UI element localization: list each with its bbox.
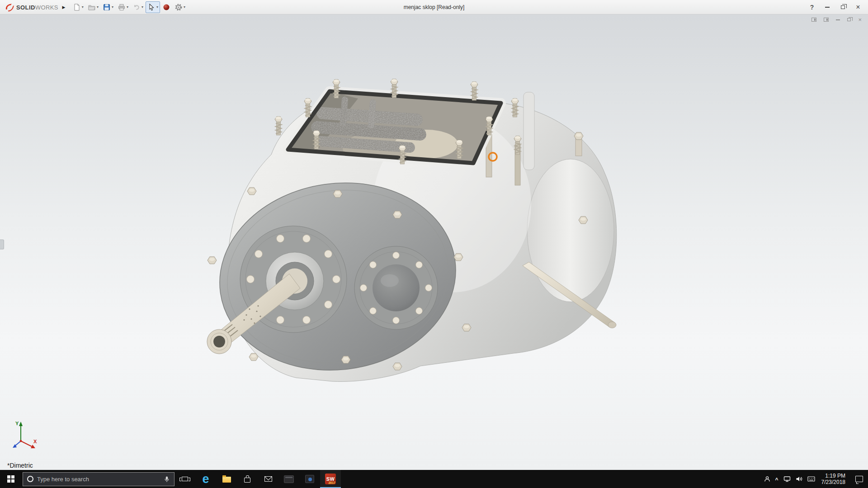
solidworks-window: SOLIDWORKS ▶ ▾ ▾ — [0, 0, 868, 488]
doc-close-button[interactable]: × — [858, 17, 862, 23]
graphics-area[interactable]: × — [0, 14, 868, 470]
search-input[interactable] — [37, 476, 160, 483]
store-bag-icon — [244, 478, 250, 483]
save-floppy-icon — [103, 3, 111, 11]
minimize-icon — [825, 7, 830, 8]
solidworks-app-icon: SW 2017 — [325, 474, 336, 484]
volume-icon[interactable] — [796, 476, 802, 482]
taskbar-search-box[interactable] — [23, 472, 175, 486]
undo-arrow-icon — [132, 3, 141, 11]
task-view-icon — [182, 477, 188, 481]
dropdown-caret-icon[interactable]: ▾ — [82, 5, 84, 9]
taskbar-app-pinned-2[interactable] — [299, 470, 320, 488]
panel-collapse-handle[interactable] — [0, 239, 4, 249]
people-icon[interactable] — [764, 476, 770, 482]
pane-left-icon — [811, 18, 816, 22]
logo-text: SOLIDWORKS — [16, 3, 58, 11]
dropdown-caret-icon[interactable]: ▾ — [184, 5, 185, 9]
system-tray: ^ — [764, 476, 815, 482]
gearbox-model[interactable] — [0, 14, 868, 470]
start-button[interactable] — [0, 470, 22, 488]
triad-x-label: X — [33, 439, 37, 444]
menu-expand-arrow[interactable]: ▶ — [60, 3, 67, 12]
save-button[interactable]: ▾ — [101, 1, 115, 13]
close-button[interactable]: × — [851, 1, 865, 13]
taskbar-app-file-explorer[interactable] — [216, 470, 237, 488]
doc-minimize-icon — [836, 19, 840, 20]
pinned-app-icon-2 — [305, 475, 314, 483]
titlebar: SOLIDWORKS ▶ ▾ ▾ — [0, 0, 868, 14]
solidworks-ds-mark-icon — [5, 3, 14, 12]
solidworks-logo: SOLIDWORKS — [3, 3, 60, 12]
dropdown-caret-icon[interactable]: ▾ — [127, 5, 128, 9]
document-title: menjac sklop [Read-only] — [404, 4, 465, 10]
restore-button[interactable] — [835, 1, 850, 13]
pane-right-icon — [824, 18, 829, 22]
microphone-icon[interactable] — [164, 476, 170, 483]
doc-restore-button[interactable] — [847, 18, 851, 21]
appearance-sphere-button[interactable] — [160, 1, 172, 13]
options-gear-button[interactable]: ▾ — [173, 1, 187, 13]
select-cursor-icon — [147, 3, 156, 11]
taskbar-app-pinned-1[interactable] — [278, 470, 299, 488]
taskbar-app-edge[interactable]: e — [195, 470, 216, 488]
undo-button[interactable]: ▾ — [131, 1, 145, 13]
titlebar-window-controls: ? × — [805, 1, 865, 13]
gear-icon — [175, 3, 183, 11]
restore-icon — [841, 5, 845, 9]
top-opening[interactable] — [288, 91, 501, 167]
orientation-triad: Y X — [4, 419, 40, 452]
taskbar: e SW 2017 ^ — [0, 470, 868, 488]
tray-overflow-chevron[interactable]: ^ — [775, 477, 778, 483]
print-button[interactable]: ▾ — [116, 1, 130, 13]
new-document-icon — [73, 3, 81, 11]
action-center-button[interactable] — [850, 470, 868, 488]
doc-minimize-button[interactable] — [836, 19, 840, 20]
select-tool-button[interactable]: ▾ — [146, 1, 160, 13]
edge-icon: e — [202, 473, 209, 485]
file-explorer-icon — [222, 477, 231, 483]
pane-split-left-button[interactable] — [811, 18, 816, 22]
network-icon[interactable] — [783, 476, 791, 482]
clock-time: 1:19 PM — [821, 473, 845, 479]
action-center-icon — [855, 476, 863, 482]
taskbar-clock[interactable]: 1:19 PM 7/23/2018 — [817, 473, 850, 485]
domed-bearing-cover[interactable] — [354, 246, 438, 329]
touch-keyboard-icon[interactable] — [807, 476, 815, 482]
windows-logo-icon — [7, 475, 14, 483]
taskbar-app-mail[interactable] — [258, 470, 278, 488]
minimize-button[interactable] — [820, 1, 835, 13]
end-cover[interactable] — [527, 159, 614, 302]
hex-cap[interactable] — [579, 216, 588, 224]
clock-date: 7/23/2018 — [821, 479, 845, 485]
mail-envelope-icon — [264, 476, 272, 482]
pane-split-right-button[interactable] — [824, 18, 829, 22]
taskbar-app-store[interactable] — [237, 470, 258, 488]
hex-cap[interactable] — [574, 132, 583, 140]
appearance-sphere-icon — [162, 3, 170, 11]
cortana-icon — [27, 476, 33, 482]
open-button[interactable]: ▾ — [86, 1, 100, 13]
task-view-button[interactable] — [175, 470, 195, 488]
triad-y-label: Y — [15, 421, 19, 426]
document-window-controls: × — [811, 17, 862, 23]
taskbar-app-solidworks[interactable]: SW 2017 — [320, 470, 341, 488]
view-orientation-label: *Dimetric — [7, 462, 33, 469]
pinned-app-icon-1 — [284, 475, 294, 483]
print-icon — [118, 3, 126, 11]
new-document-button[interactable]: ▾ — [71, 1, 85, 13]
doc-close-icon: × — [858, 17, 862, 23]
dropdown-caret-icon[interactable]: ▾ — [112, 5, 113, 9]
open-folder-icon — [88, 3, 96, 11]
doc-restore-icon — [847, 18, 851, 21]
close-icon: × — [856, 4, 860, 11]
dropdown-caret-icon[interactable]: ▾ — [156, 5, 158, 9]
standard-toolbar: ▾ ▾ ▾ — [71, 1, 187, 13]
dropdown-caret-icon[interactable]: ▾ — [97, 5, 99, 9]
dropdown-caret-icon[interactable]: ▾ — [142, 5, 143, 9]
help-button[interactable]: ? — [805, 1, 819, 13]
